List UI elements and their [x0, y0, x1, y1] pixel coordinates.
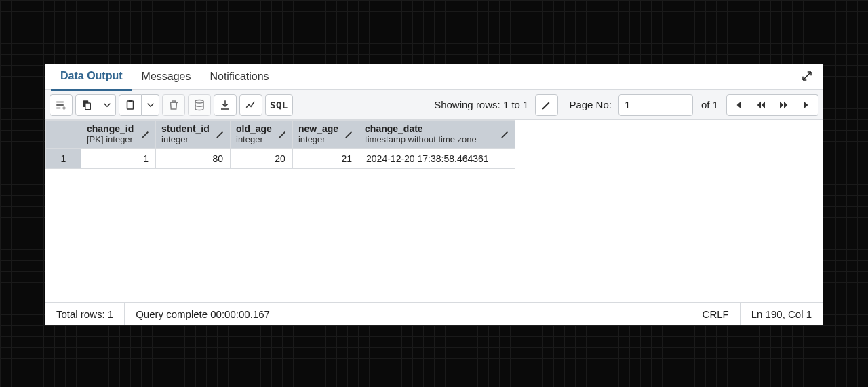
cell[interactable]: 80 — [156, 149, 231, 169]
column-header[interactable]: change_id [PK] integer — [81, 121, 156, 149]
svg-rect-3 — [129, 100, 132, 102]
column-header[interactable]: new_age integer — [292, 121, 359, 149]
database-icon — [193, 99, 205, 111]
chevron-down-icon — [144, 99, 157, 111]
tab-notifications[interactable]: Notifications — [200, 65, 278, 89]
edit-rows-button[interactable] — [535, 94, 558, 116]
column-type: integer — [161, 134, 210, 144]
pencil-icon[interactable] — [344, 129, 355, 140]
column-header[interactable]: change_date timestamp without time zone — [359, 121, 515, 149]
cell[interactable]: 21 — [292, 149, 359, 169]
column-name: new_age — [298, 123, 338, 134]
sql-button[interactable]: SQL — [265, 94, 293, 116]
tab-bar: Data Output Messages Notifications — [45, 64, 823, 90]
pencil-icon — [540, 99, 553, 111]
delete-button[interactable] — [162, 94, 185, 116]
cell[interactable]: 2024-12-20 17:38:58.464361 — [359, 149, 515, 169]
graph-button[interactable] — [239, 94, 262, 116]
status-query-time: Query complete 00:00:00.167 — [125, 303, 281, 325]
status-eol: CRLF — [692, 303, 741, 325]
expand-button[interactable] — [797, 66, 817, 89]
first-page-button[interactable] — [726, 94, 749, 116]
results-grid[interactable]: change_id [PK] integer student_id intege… — [45, 120, 823, 302]
column-header[interactable]: old_age integer — [231, 121, 293, 149]
row-number[interactable]: 1 — [46, 149, 81, 169]
copy-icon — [81, 99, 93, 111]
paste-icon — [124, 99, 136, 111]
graph-icon — [245, 99, 257, 111]
svg-point-4 — [195, 100, 203, 103]
column-type: integer — [236, 134, 272, 144]
column-name: change_date — [365, 123, 477, 134]
rows-label: Showing rows: 1 to 1 — [434, 99, 528, 110]
cell[interactable]: 1 — [81, 149, 156, 169]
status-total-rows: Total rows: 1 — [45, 303, 125, 325]
column-type: [PK] integer — [87, 134, 134, 144]
tab-data-output[interactable]: Data Output — [51, 64, 132, 91]
cell[interactable]: 20 — [231, 149, 293, 169]
last-page-icon — [801, 99, 813, 111]
copy-button[interactable] — [75, 94, 98, 116]
status-cursor: Ln 190, Col 1 — [741, 303, 823, 325]
pencil-icon[interactable] — [277, 129, 288, 140]
svg-rect-2 — [127, 101, 134, 109]
column-name: change_id — [87, 123, 134, 134]
tab-messages[interactable]: Messages — [132, 65, 201, 89]
first-page-icon — [732, 99, 744, 111]
table-row[interactable]: 1 1 80 20 21 2024-12-20 17:38:58.464361 — [46, 149, 515, 169]
pencil-icon[interactable] — [140, 129, 151, 140]
prev-page-icon — [755, 99, 767, 111]
column-header[interactable]: student_id integer — [156, 121, 231, 149]
pencil-icon[interactable] — [500, 129, 511, 140]
page-label: Page No: — [569, 99, 612, 110]
download-button[interactable] — [214, 94, 237, 116]
last-page-button[interactable] — [795, 94, 818, 116]
column-type: integer — [298, 134, 338, 144]
pencil-icon[interactable] — [215, 129, 226, 140]
expand-icon — [801, 70, 813, 82]
page-of-label: of 1 — [701, 99, 718, 110]
status-bar: Total rows: 1 Query complete 00:00:00.16… — [45, 302, 823, 325]
results-panel: Data Output Messages Notifications — [45, 64, 823, 325]
toolbar: SQL Showing rows: 1 to 1 Page No: of 1 — [45, 90, 823, 120]
paste-menu-button[interactable] — [142, 94, 159, 116]
row-header-corner — [46, 121, 81, 149]
add-row-icon — [55, 99, 67, 111]
page-input[interactable] — [618, 94, 693, 116]
trash-icon — [167, 99, 180, 111]
download-icon — [219, 99, 231, 111]
svg-rect-1 — [85, 103, 91, 110]
save-data-button[interactable] — [188, 94, 211, 116]
copy-menu-button[interactable] — [98, 94, 116, 116]
chevron-down-icon — [101, 99, 113, 111]
next-page-button[interactable] — [772, 94, 795, 116]
column-type: timestamp without time zone — [365, 134, 477, 144]
prev-page-button[interactable] — [749, 94, 772, 116]
column-name: student_id — [161, 123, 210, 134]
add-row-button[interactable] — [50, 94, 73, 116]
next-page-icon — [778, 99, 790, 111]
paste-button[interactable] — [119, 94, 142, 116]
column-name: old_age — [236, 123, 272, 134]
